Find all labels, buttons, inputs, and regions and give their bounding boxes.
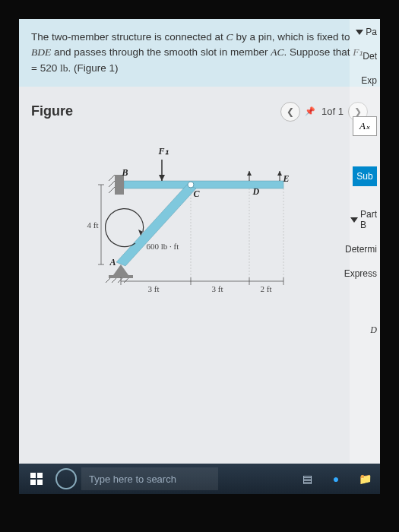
svg-line-10 [112,278,116,283]
answer-panel: Pa Det Exp Aₓ Sub Part B Determi Express… [350,19,380,464]
svg-rect-36 [37,480,43,485]
windows-taskbar: Type here to search ▤ ● 📁 [19,464,380,494]
label-a: A [110,257,116,268]
problem-text: . (Figure 1) [68,62,118,74]
svg-rect-35 [30,480,36,485]
svg-line-4 [109,187,115,193]
var-bde: BDE [31,46,51,58]
label-d1: 3 ft [148,284,160,293]
problem-text: = 520 [31,62,60,74]
cortana-icon[interactable] [55,468,77,489]
caret-down-icon [350,217,358,223]
start-button[interactable] [22,467,51,491]
label-load: 600 lb · ft [147,242,179,251]
label-d3: 2 ft [261,284,272,293]
search-placeholder: Type here to search [89,473,176,485]
var-c: C [226,31,233,43]
svg-rect-34 [37,473,43,478]
caret-down-icon [356,30,363,35]
label-d: D [253,186,260,198]
submit-button[interactable]: Sub [353,166,377,186]
edge-icon[interactable]: ● [324,468,348,489]
part-a-header[interactable]: Pa [353,27,377,37]
label-c: C [194,188,200,200]
problem-text: by a pin, which is fixed to [233,31,350,43]
figure-prev-button[interactable]: ❮ [280,102,300,122]
express-text: Exp [353,75,377,86]
figure-title: Figure [31,103,73,119]
svg-line-3 [109,181,115,187]
answer-field-ax[interactable]: Aₓ [353,116,377,136]
svg-marker-14 [159,175,165,181]
svg-rect-33 [30,473,36,478]
nav-total: of 1 [327,106,344,117]
taskview-icon[interactable]: ▤ [295,468,319,489]
structure-diagram: F₁ B C D E A 600 lb · ft 4 ft 3 ft 3 ft … [78,144,321,296]
svg-marker-5 [116,185,196,266]
svg-marker-18 [277,171,282,176]
problem-text: The two-member structure is connected at [31,31,226,43]
svg-line-11 [118,278,122,283]
unit-lb: lb [60,62,68,74]
taskbar-search[interactable]: Type here to search [81,467,218,490]
problem-text: and passes through the smooth slot in me… [51,46,271,58]
problem-text: . Suppose that [283,46,353,58]
label-e: E [283,173,290,185]
part-b-header[interactable]: Part B [353,209,377,230]
svg-line-2 [109,175,115,181]
determine-text-b: Determi [353,244,377,255]
svg-line-9 [106,278,110,283]
problem-statement: The two-member structure is connected at… [19,19,380,87]
label-f1: F₁ [159,146,169,157]
svg-point-6 [188,182,194,188]
folder-icon[interactable]: 📁 [353,468,377,489]
figure-section: Figure ❮ 📌 1of 1 ❯ [19,87,380,304]
var-ac: AC [271,46,283,58]
determine-text: Det [353,51,377,62]
svg-marker-16 [247,171,252,176]
label-height: 4 ft [87,220,99,230]
pin-icon: 📌 [305,106,315,116]
svg-line-12 [124,278,128,283]
label-d2: 3 ft [212,284,223,293]
answer-dx: D [353,325,377,336]
express-text-b: Express [353,268,377,279]
windows-icon [30,473,43,485]
label-b: B [122,167,128,179]
